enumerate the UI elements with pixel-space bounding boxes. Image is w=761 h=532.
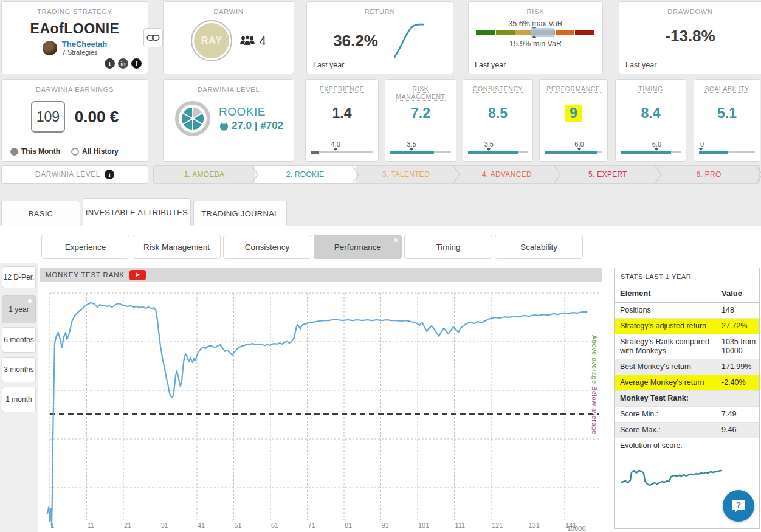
min-var-marker-icon <box>532 35 537 38</box>
radio-icon <box>71 148 79 156</box>
level-step-5[interactable]: 5. EXPERT <box>557 166 658 183</box>
chevron-right-icon <box>553 166 562 183</box>
investors-count: 4 <box>259 34 266 48</box>
return-card: RETURN 36.2% Last year <box>306 1 453 74</box>
drawdown-value: -13.8% <box>619 27 761 46</box>
attribute-progress-bar <box>468 151 528 154</box>
svg-text:61: 61 <box>271 522 278 529</box>
subtab-timing[interactable]: Timing <box>404 235 492 259</box>
attribute-card-performance[interactable]: PERFORMANCE96.0 <box>539 79 608 162</box>
card-title: RISK <box>469 8 602 16</box>
period-12-d-per-[interactable]: 12 D-Per. <box>2 266 36 288</box>
min-var-label: 15.9% min VaR <box>469 40 602 48</box>
social-share-icons: tinf <box>105 58 142 69</box>
earnings-amount: 0.00 € <box>75 108 119 126</box>
help-button[interactable]: ? <box>723 490 754 522</box>
level-name: ROOKIE <box>219 105 283 119</box>
attribute-card-timing[interactable]: TIMING8.46.0 <box>615 79 686 162</box>
attribute-card-consistency[interactable]: CONSISTENCY8.53.5 <box>463 79 533 162</box>
svg-text:11: 11 <box>88 522 94 529</box>
stats-row-label: Score Max.: <box>615 426 721 435</box>
owner-link[interactable]: TheCheetah <box>62 40 107 49</box>
twitter-icon[interactable]: t <box>105 58 115 69</box>
risk-gradient-bar <box>476 30 595 35</box>
level-step-4[interactable]: 4. ADVANCED <box>456 166 557 183</box>
level-step-label: 6. PRO <box>696 170 721 179</box>
stats-row-label: Average Monkey's return <box>615 378 721 387</box>
level-step-label: 2. ROOKIE <box>286 170 325 179</box>
attribute-value: 8.4 <box>621 105 681 142</box>
stats-row: Best Monkey's return171.99% <box>615 359 759 375</box>
subtab-performance[interactable]: Performance <box>314 235 402 259</box>
avatar <box>43 41 57 55</box>
return-period: Last year <box>313 61 344 69</box>
stats-row-label: Strategy's Rank compared with Monkeys <box>615 337 721 356</box>
linkedin-icon[interactable]: in <box>118 58 128 69</box>
period-1-year[interactable]: 1 year <box>2 295 36 323</box>
attribute-card-risk-management[interactable]: RISK MANAGEMENT7.23.5 <box>385 79 456 162</box>
card-title: RETURN <box>307 8 453 16</box>
card-title: DARWINIA LEVEL <box>164 86 294 94</box>
subtab-consistency[interactable]: Consistency <box>223 235 311 259</box>
attribute-marker: 6.0 <box>621 142 681 151</box>
earnings-option-this-month[interactable]: This Month <box>10 147 60 156</box>
stats-row: Average Monkey's return-2.40% <box>615 375 759 391</box>
drawdown-card: DRAWDOWN -13.8% Last year <box>619 1 761 74</box>
strategy-name: EAofLOONIE <box>2 21 148 37</box>
attribute-card-experience[interactable]: EXPERIENCE1.44.0 <box>305 79 379 162</box>
tab-trading-journal[interactable]: TRADING JOURNAL <box>193 201 287 226</box>
attribute-marker: 4.0 <box>311 142 373 151</box>
earnings-period-options: This MonthAll History <box>10 147 119 156</box>
info-icon[interactable]: i <box>105 170 114 179</box>
card-title: DRAWDOWN <box>619 8 761 16</box>
stats-row-value: 7.49 <box>721 410 759 419</box>
period-1-month[interactable]: 1 month <box>2 387 36 412</box>
period-3-months[interactable]: 3 months <box>2 357 36 382</box>
attribute-title: RISK MANAGEMENT <box>390 85 451 102</box>
attribute-progress-bar <box>545 151 602 154</box>
tab-basic[interactable]: BASIC <box>1 201 80 226</box>
attribute-progress-bar <box>390 151 451 154</box>
chart-header: MONKEY TEST RANK <box>40 268 602 282</box>
selected-dot <box>394 238 398 242</box>
level-step-6[interactable]: 6. PRO <box>658 166 759 183</box>
attribute-value: 5.1 <box>699 105 755 142</box>
stats-table-header: Element Value <box>615 285 759 303</box>
attribute-marker: 0 <box>699 142 755 151</box>
stats-row-value: -2.40% <box>721 378 759 387</box>
darwin-ticker-badge[interactable]: RAY <box>191 20 232 61</box>
tab-investable-attributes[interactable]: INVESTABLE ATTRIBUTES <box>83 198 191 226</box>
level-step-label: 4. ADVANCED <box>482 170 532 179</box>
subtab-scalability[interactable]: Scalability <box>495 235 583 259</box>
subtab-experience[interactable]: Experience <box>41 235 129 259</box>
chevron-right-icon <box>250 166 259 183</box>
stats-row: Strategy's adjusted return27.72% <box>615 319 759 334</box>
level-step-1[interactable]: 1. AMOEBA <box>154 166 255 183</box>
youtube-play-icon[interactable] <box>129 270 146 280</box>
darwinia-owl-icon <box>219 122 229 131</box>
darwinia-level-card: DARWINIA LEVEL ROOKIE 27.0 | #702 <box>163 79 294 162</box>
risk-period: Last year <box>475 61 506 69</box>
stats-row-value: 1035 from 10000 <box>721 337 759 356</box>
level-pie-icon <box>174 100 212 137</box>
level-step-2[interactable]: 2. ROOKIE <box>255 166 356 183</box>
stats-row-value <box>721 394 759 403</box>
facebook-icon[interactable]: f <box>131 58 142 69</box>
svg-text:21: 21 <box>124 522 131 529</box>
period-6-months[interactable]: 6 months <box>2 327 36 353</box>
svg-text:?: ? <box>736 500 741 510</box>
card-title: TRADING STRATEGY <box>2 8 148 16</box>
svg-text:41: 41 <box>198 522 205 529</box>
stats-row-label: Positions <box>615 306 721 315</box>
earnings-option-all-history[interactable]: All History <box>71 147 119 156</box>
link-icon[interactable] <box>143 28 163 47</box>
level-step-3[interactable]: 3. TALENTED <box>356 166 456 183</box>
stats-row-value: 171.99% <box>721 362 759 371</box>
above-below-average-axis-label: Above average|Below average <box>591 335 598 499</box>
level-score: 27.0 | #702 <box>232 120 283 132</box>
attribute-card-scalability[interactable]: SCALABILITY5.10 <box>694 79 760 162</box>
subtab-risk-management[interactable]: Risk Management <box>133 235 221 259</box>
attribute-title: CONSISTENCY <box>468 85 528 102</box>
stats-row-value: 148 <box>721 306 759 315</box>
level-step-label: 5. EXPERT <box>588 170 627 179</box>
